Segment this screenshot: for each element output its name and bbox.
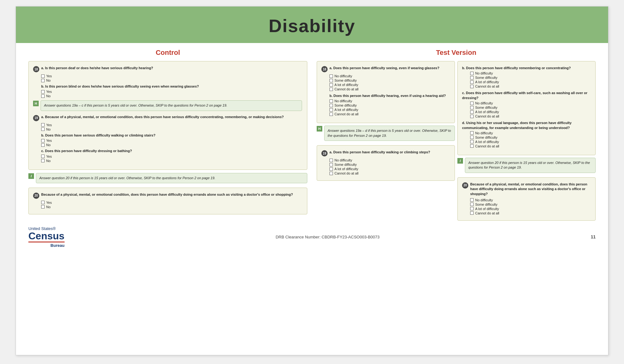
q18b-yes-row: Yes: [41, 90, 302, 93]
test-q18b-lbl4: Cannot do at all: [334, 112, 358, 116]
test-q18d-options: No difficulty Some difficulty A lot of d…: [470, 131, 590, 148]
q18a-no-row: No: [41, 79, 302, 82]
test-q18a-cb1[interactable]: [329, 74, 333, 78]
q19a-yes-checkbox[interactable]: [41, 123, 45, 127]
test-q18b-right-options: No difficulty Some difficulty A lot of d…: [470, 71, 590, 88]
q20-no-label-control: No: [46, 205, 51, 209]
test-q18a-cb4[interactable]: [329, 88, 333, 91]
test-q19a-opt2: Some difficulty: [329, 163, 450, 166]
q19b-part: b. Does this person have serious difficu…: [33, 133, 302, 147]
q19c-options: Yes No: [41, 155, 302, 163]
q19c-part: c. Does this person have difficulty dres…: [33, 149, 302, 162]
q19b-no-row: No: [41, 143, 302, 147]
test-q19a-opt3: A lot of difficulty: [329, 167, 450, 171]
test-q18d-cb1[interactable]: [470, 131, 474, 135]
test-q18-number: 18: [321, 66, 328, 72]
test-q18d-opt3: A lot of difficulty: [470, 140, 590, 144]
test-right-col: b. Does this person have difficulty reme…: [457, 61, 596, 221]
test-q19a-cb1[interactable]: [329, 159, 333, 162]
test-q20-opt4: Cannot do at all: [470, 211, 590, 215]
q18a-no-checkbox[interactable]: [41, 79, 45, 82]
test-q18b-r-cb1[interactable]: [470, 72, 474, 75]
q19-row: 19 a. Because of a physical, mental, or …: [33, 115, 302, 121]
test-q18b-cb2[interactable]: [329, 104, 333, 107]
test-q19-form: 19 a. Does this person have difficulty w…: [317, 145, 455, 181]
test-q18d-opt4: Cannot do at all: [470, 144, 590, 148]
test-q18b-opt3: A lot of difficulty: [329, 108, 450, 112]
test-q18a-options: No difficulty Some difficulty A lot of d…: [329, 74, 450, 91]
test-q18a-cb2[interactable]: [329, 79, 333, 82]
q20-yes-row-control: Yes: [41, 201, 302, 204]
test-q18a-lbl1: No difficulty: [334, 74, 352, 78]
q20-no-row-control: No: [41, 205, 302, 209]
q19-number: 19: [33, 115, 39, 121]
test-q18d-cb4[interactable]: [470, 144, 474, 148]
test-q19a-text: a. Does this person have difficulty walk…: [329, 150, 450, 155]
test-q19a-cb4[interactable]: [329, 172, 333, 175]
test-q18d-cb2[interactable]: [470, 136, 474, 139]
test-q19a-opt4: Cannot do at all: [329, 171, 450, 175]
q18b-no-checkbox[interactable]: [41, 94, 45, 98]
test-q18b-r-opt1: No difficulty: [470, 71, 590, 75]
test-q18c-lbl2: Some difficulty: [475, 106, 497, 109]
test-q18d-opt2: Some difficulty: [470, 136, 590, 139]
control-title: Control: [28, 49, 307, 57]
q19a-options: Yes No: [41, 123, 302, 131]
test-q18b-cb3[interactable]: [329, 108, 333, 112]
q19c-no-row: No: [41, 159, 302, 163]
q18b-yes-checkbox[interactable]: [41, 90, 45, 93]
test-q18b-r-lbl2: Some difficulty: [475, 76, 497, 79]
test-q20-cb2[interactable]: [470, 203, 474, 206]
test-q19a-cb3[interactable]: [329, 167, 333, 171]
test-right-form: b. Does this person have difficulty reme…: [457, 61, 596, 155]
test-q20-cb1[interactable]: [470, 198, 474, 202]
test-q18a-lbl2: Some difficulty: [334, 79, 357, 82]
test-q18a-opt2: Some difficulty: [329, 79, 450, 82]
test-instruction-h-row: H Answer questions 19a – d if this perso…: [317, 126, 455, 143]
test-q18d-lbl4: Cannot do at all: [475, 144, 499, 148]
page-title: Disability: [269, 16, 355, 36]
test-q18c-cb2[interactable]: [470, 106, 474, 109]
q19c-no-checkbox[interactable]: [41, 159, 45, 162]
test-q20-row: 20 Because of a physical, mental, or emo…: [462, 182, 590, 196]
test-q18b-r-cb3[interactable]: [470, 80, 474, 84]
test-q18d-part: d. Using his or her usual language, does…: [462, 121, 590, 148]
test-q18c-cb1[interactable]: [470, 102, 474, 105]
test-q18b-r-cb4[interactable]: [470, 85, 474, 88]
test-q20-lbl3: A lot of difficulty: [475, 207, 499, 211]
test-q18b-opt1: No difficulty: [329, 99, 450, 103]
q19c-yes-checkbox[interactable]: [41, 155, 45, 158]
q18a-options: Yes No: [41, 74, 302, 82]
q20-text-control: Because of a physical, mental, or emotio…: [41, 192, 302, 197]
q19a-no-row: No: [41, 127, 302, 131]
q19a-yes-row: Yes: [41, 123, 302, 127]
test-instruction-h-container: H Answer questions 19a – d if this perso…: [317, 126, 455, 143]
test-q18d-cb3[interactable]: [470, 140, 474, 143]
q20-no-checkbox-control[interactable]: [41, 205, 45, 208]
test-q18c-cb3[interactable]: [470, 110, 474, 114]
test-q18b-cb1[interactable]: [329, 99, 333, 103]
q19c-no-label: No: [46, 159, 51, 163]
test-q18b-right-label: b. Does this person have difficulty reme…: [462, 66, 590, 70]
test-q20-cb3[interactable]: [470, 207, 474, 210]
test-instruction-i-text: Answer question 20 if this person is 15 …: [468, 161, 590, 169]
q18a-yes-checkbox[interactable]: [41, 74, 45, 78]
test-q18c-options: No difficulty Some difficulty A lot of d…: [470, 101, 590, 118]
test-q18c-lbl1: No difficulty: [475, 101, 493, 105]
q20-control-form: 20 Because of a physical, mental, or emo…: [28, 188, 307, 214]
test-q18c-cb4[interactable]: [470, 115, 474, 118]
test-q18b-lbl1: No difficulty: [334, 99, 352, 103]
q19b-yes-checkbox[interactable]: [41, 139, 45, 142]
test-instruction-h-box: Answer questions 19a – d if this person …: [324, 126, 455, 141]
test-q18b-cb4[interactable]: [329, 113, 333, 116]
q20-yes-checkbox-control[interactable]: [41, 201, 45, 204]
test-q18b-r-opt3: A lot of difficulty: [470, 80, 590, 84]
test-q18b-r-cb2[interactable]: [470, 76, 474, 79]
test-q18a-cb3[interactable]: [329, 83, 333, 87]
q19a-no-checkbox[interactable]: [41, 127, 45, 131]
q19b-no-checkbox[interactable]: [41, 143, 45, 147]
test-q19a-cb2[interactable]: [329, 163, 333, 166]
test-q20-cb4[interactable]: [470, 211, 474, 215]
test-q18b-lbl2: Some difficulty: [334, 103, 357, 107]
test-instruction-i-row: I Answer question 20 if this person is 1…: [457, 158, 596, 175]
